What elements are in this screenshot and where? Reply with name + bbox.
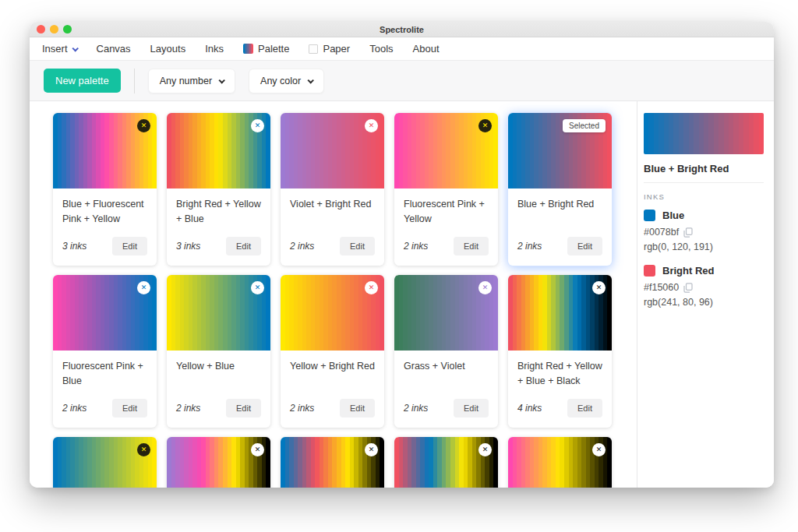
delete-palette-button[interactable]: ✕ bbox=[137, 281, 150, 294]
palette-card[interactable]: ✕ Blue + Fluorescent Pink + Yellow 3 ink… bbox=[53, 113, 157, 266]
palette-card[interactable]: ✕ bbox=[281, 437, 384, 488]
ink-entry: Bright Red #f15060 rgb(241, 80, 96) bbox=[644, 265, 764, 308]
edit-palette-button[interactable]: Edit bbox=[567, 399, 602, 417]
palette-grid: ✕ Blue + Fluorescent Pink + Yellow 3 ink… bbox=[53, 113, 637, 488]
palette-card-body: Blue + Bright Red 2 inks Edit bbox=[508, 188, 612, 266]
palette-grid-area: ✕ Blue + Fluorescent Pink + Yellow 3 ink… bbox=[30, 101, 637, 488]
ink-hex-value: #0078bf bbox=[644, 227, 679, 238]
delete-palette-button[interactable]: ✕ bbox=[592, 281, 606, 294]
palette-card-footer: 2 inks Edit bbox=[176, 399, 261, 417]
menu-item-insert[interactable]: Insert bbox=[42, 43, 77, 55]
palette-card[interactable]: ✕ bbox=[53, 437, 157, 488]
delete-palette-button[interactable]: ✕ bbox=[478, 443, 492, 456]
menu-item-label: About bbox=[413, 43, 440, 55]
window-title: Spectrolite bbox=[30, 22, 774, 37]
edit-palette-button[interactable]: Edit bbox=[226, 237, 261, 255]
menu-bar: InsertCanvasLayoutsInksPalettePaperTools… bbox=[30, 37, 774, 61]
delete-palette-button[interactable]: ✕ bbox=[137, 119, 150, 132]
delete-palette-button[interactable]: ✕ bbox=[251, 443, 264, 456]
delete-palette-button[interactable]: ✕ bbox=[251, 281, 264, 294]
menu-item-tools[interactable]: Tools bbox=[369, 43, 393, 55]
palette-card-footer: 2 inks Edit bbox=[290, 399, 375, 417]
menu-item-label: Inks bbox=[205, 43, 224, 55]
new-palette-button[interactable]: New palette bbox=[44, 69, 121, 93]
palette-card-body: Blue + Fluorescent Pink + Yellow 3 inks … bbox=[53, 188, 157, 266]
palette-card[interactable]: ✕ bbox=[167, 437, 270, 488]
palette-card[interactable]: ✕ Yellow + Bright Red 2 inks Edit bbox=[281, 275, 384, 428]
inks-count: 3 inks bbox=[176, 241, 200, 252]
ink-entry: Blue #0078bf rgb(0, 120, 191) bbox=[644, 210, 764, 252]
delete-palette-button[interactable]: ✕ bbox=[365, 119, 378, 132]
palette-name: Bright Red + Yellow + Blue + Black bbox=[517, 359, 602, 389]
palette-card[interactable]: ✕ bbox=[508, 437, 612, 488]
inks-count: 2 inks bbox=[62, 403, 87, 414]
filter-number-label: Any number bbox=[160, 76, 212, 86]
ink-color-swatch bbox=[644, 210, 655, 221]
filter-color-dropdown[interactable]: Any color bbox=[249, 69, 324, 93]
copy-icon[interactable] bbox=[683, 227, 693, 238]
sidebar-divider bbox=[644, 182, 764, 183]
edit-palette-button[interactable]: Edit bbox=[454, 399, 489, 417]
ink-header: Bright Red bbox=[644, 265, 764, 277]
palette-card[interactable]: ✕ Bright Red + Yellow + Blue 3 inks Edit bbox=[167, 113, 270, 266]
palette-card-body: Yellow + Bright Red 2 inks Edit bbox=[281, 351, 384, 428]
title-bar: Spectrolite bbox=[30, 22, 774, 37]
palette-card[interactable]: Selected Blue + Bright Red 2 inks Edit bbox=[508, 113, 612, 266]
inks-count: 3 inks bbox=[62, 241, 87, 252]
edit-palette-button[interactable]: Edit bbox=[454, 237, 489, 255]
palette-card[interactable]: ✕ Grass + Violet 2 inks Edit bbox=[394, 275, 498, 428]
palette-card-footer: 2 inks Edit bbox=[517, 237, 602, 255]
menu-item-canvas[interactable]: Canvas bbox=[97, 43, 131, 55]
palette-card[interactable]: ✕ Yellow + Blue 2 inks Edit bbox=[167, 275, 270, 428]
palette-name: Yellow + Blue bbox=[176, 359, 261, 374]
palette-name: Yellow + Bright Red bbox=[290, 359, 375, 374]
menu-item-label: Paper bbox=[323, 43, 350, 55]
delete-palette-button[interactable]: ✕ bbox=[251, 119, 264, 132]
edit-palette-button[interactable]: Edit bbox=[340, 237, 375, 255]
palette-card-body: Fluorescent Pink + Yellow 2 inks Edit bbox=[394, 188, 498, 266]
chevron-down-icon bbox=[308, 77, 314, 83]
delete-palette-button[interactable]: ✕ bbox=[478, 119, 492, 132]
menu-item-paper[interactable]: Paper bbox=[309, 43, 350, 55]
inks-count: 2 inks bbox=[404, 403, 428, 414]
ink-rgb-value: rgb(241, 80, 96) bbox=[644, 297, 764, 308]
copy-icon[interactable] bbox=[683, 283, 693, 293]
palette-card[interactable]: ✕ Fluorescent Pink + Blue 2 inks Edit bbox=[53, 275, 157, 428]
edit-palette-button[interactable]: Edit bbox=[112, 237, 147, 255]
menu-item-label: Tools bbox=[369, 43, 393, 55]
app-window: Spectrolite InsertCanvasLayoutsInksPalet… bbox=[30, 22, 774, 488]
menu-item-about[interactable]: About bbox=[413, 43, 440, 55]
ink-color-swatch bbox=[644, 265, 655, 277]
filter-number-dropdown[interactable]: Any number bbox=[148, 69, 235, 93]
menu-item-inks[interactable]: Inks bbox=[205, 43, 224, 55]
palette-name: Blue + Fluorescent Pink + Yellow bbox=[62, 197, 147, 227]
edit-palette-button[interactable]: Edit bbox=[567, 237, 602, 255]
inks-count: 2 inks bbox=[176, 403, 200, 414]
edit-palette-button[interactable]: Edit bbox=[340, 399, 375, 417]
menu-item-label: Canvas bbox=[97, 43, 131, 55]
delete-palette-button[interactable]: ✕ bbox=[478, 281, 492, 294]
delete-palette-button[interactable]: ✕ bbox=[365, 281, 378, 294]
palette-name: Bright Red + Yellow + Blue bbox=[176, 197, 261, 227]
inks-count: 2 inks bbox=[404, 241, 428, 252]
menu-item-layouts[interactable]: Layouts bbox=[150, 43, 186, 55]
toolbar-divider bbox=[134, 69, 135, 93]
delete-palette-button[interactable]: ✕ bbox=[592, 443, 606, 456]
palette-name: Fluorescent Pink + Yellow bbox=[404, 197, 489, 227]
edit-palette-button[interactable]: Edit bbox=[226, 399, 261, 417]
palette-card-footer: 3 inks Edit bbox=[62, 237, 147, 255]
menu-item-palette[interactable]: Palette bbox=[243, 43, 289, 55]
selected-palette-preview bbox=[644, 113, 764, 154]
ink-list: Blue #0078bf rgb(0, 120, 191) Bright Red… bbox=[644, 210, 764, 308]
palette-card[interactable]: ✕ bbox=[394, 437, 498, 488]
palette-card[interactable]: ✕ Fluorescent Pink + Yellow 2 inks Edit bbox=[394, 113, 498, 266]
delete-palette-button[interactable]: ✕ bbox=[137, 443, 150, 456]
edit-palette-button[interactable]: Edit bbox=[112, 399, 147, 417]
palette-card-footer: 2 inks Edit bbox=[404, 399, 489, 417]
palette-card[interactable]: ✕ Violet + Bright Red 2 inks Edit bbox=[281, 113, 384, 266]
delete-palette-button[interactable]: ✕ bbox=[365, 443, 378, 456]
palette-card[interactable]: ✕ Bright Red + Yellow + Blue + Black 4 i… bbox=[508, 275, 612, 428]
palette-card-body: Grass + Violet 2 inks Edit bbox=[394, 351, 498, 428]
chevron-down-icon bbox=[219, 77, 225, 83]
ink-name: Bright Red bbox=[662, 265, 714, 277]
